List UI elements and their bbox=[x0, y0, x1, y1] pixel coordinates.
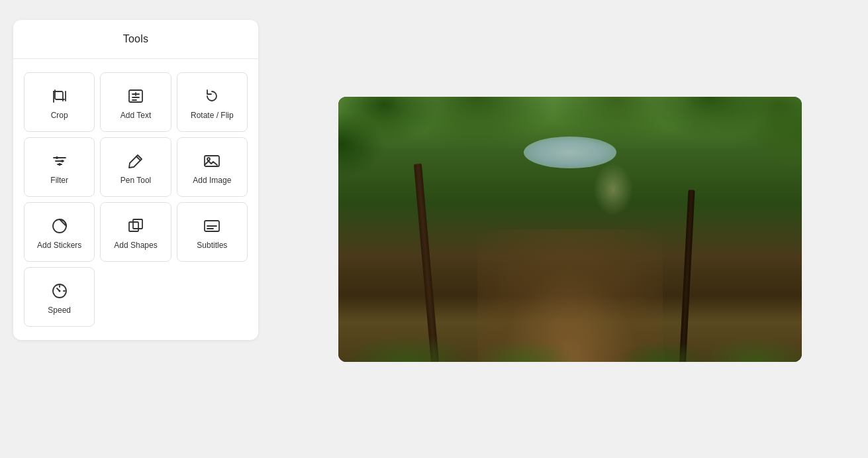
add-stickers-button[interactable]: Add Stickers bbox=[24, 202, 95, 262]
add-image-label: Add Image bbox=[193, 176, 231, 185]
svg-rect-18 bbox=[129, 222, 138, 231]
pen-icon bbox=[126, 152, 145, 170]
fern-bottom bbox=[338, 282, 802, 362]
add-stickers-label: Add Stickers bbox=[37, 241, 81, 250]
video-preview bbox=[338, 97, 802, 362]
add-text-button[interactable]: Add Text bbox=[100, 72, 171, 132]
add-image-button[interactable]: Add Image bbox=[177, 137, 248, 197]
image-icon bbox=[203, 152, 221, 170]
svg-point-12 bbox=[58, 163, 61, 166]
svg-point-11 bbox=[61, 160, 64, 162]
svg-point-15 bbox=[207, 158, 210, 160]
crop-label: Crop bbox=[51, 111, 68, 120]
pen-tool-label: Pen Tool bbox=[121, 176, 151, 185]
speed-icon bbox=[50, 282, 69, 300]
filter-button[interactable]: Filter bbox=[24, 137, 95, 197]
add-shapes-button[interactable]: Add Shapes bbox=[100, 202, 171, 262]
text-icon bbox=[126, 87, 145, 105]
tools-title: Tools bbox=[123, 33, 148, 44]
tools-panel: Tools Crop bbox=[13, 20, 258, 340]
crop-button[interactable]: Crop bbox=[24, 72, 95, 132]
speed-label: Speed bbox=[48, 306, 71, 315]
add-shapes-label: Add Shapes bbox=[114, 241, 157, 250]
filter-label: Filter bbox=[50, 176, 68, 185]
rotate-flip-label: Rotate / Flip bbox=[191, 111, 234, 120]
main-container: Tools Crop bbox=[0, 0, 868, 458]
shapes-icon bbox=[126, 217, 145, 235]
subtitles-icon bbox=[203, 217, 221, 235]
svg-point-23 bbox=[58, 290, 60, 292]
forest-scene bbox=[338, 97, 802, 362]
rotate-flip-button[interactable]: Rotate / Flip bbox=[177, 72, 248, 132]
svg-rect-19 bbox=[133, 219, 142, 229]
speed-button[interactable]: Speed bbox=[24, 267, 95, 327]
tools-grid: Crop Add Text bbox=[13, 59, 258, 340]
pen-tool-button[interactable]: Pen Tool bbox=[100, 137, 171, 197]
subtitles-label: Subtitles bbox=[197, 241, 227, 250]
svg-point-10 bbox=[56, 156, 58, 159]
content-area bbox=[285, 13, 855, 445]
sticker-icon bbox=[50, 217, 69, 235]
light-rays bbox=[593, 163, 633, 216]
add-text-label: Add Text bbox=[121, 111, 151, 120]
crop-icon bbox=[50, 87, 69, 105]
rotate-icon bbox=[203, 87, 221, 105]
filter-icon bbox=[50, 152, 69, 170]
subtitles-button[interactable]: Subtitles bbox=[177, 202, 248, 262]
tools-header: Tools bbox=[13, 20, 258, 59]
